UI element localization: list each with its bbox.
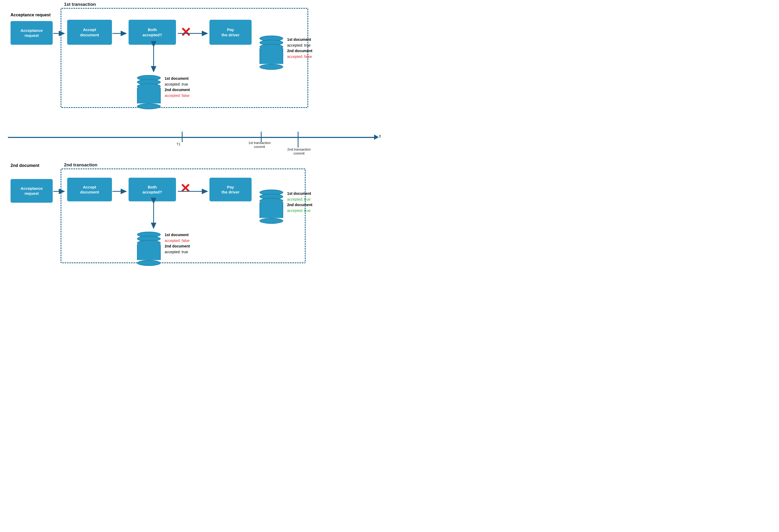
t2-inner-db bbox=[137, 231, 161, 264]
t2-db-arrow bbox=[149, 202, 158, 231]
t2-acceptance-box: Acceptancerequest bbox=[10, 179, 53, 203]
commit2-tick bbox=[298, 132, 298, 147]
t1-arrow1 bbox=[53, 31, 66, 36]
timeline-arrowhead bbox=[374, 135, 379, 140]
t1-inner-state: 1st document accepted: true 2nd document… bbox=[165, 76, 190, 99]
t2-outer-state: 1st document accepted: true 2nd document… bbox=[287, 191, 312, 214]
t2-pay-driver-box: Paythe driver bbox=[209, 178, 252, 201]
t1-inner-db bbox=[137, 75, 161, 108]
t1-db-arrow bbox=[149, 45, 158, 74]
commit1-tick bbox=[261, 132, 261, 142]
t2-arrow2 bbox=[113, 189, 128, 194]
t2-arrow1 bbox=[53, 189, 66, 194]
t1-outer-db bbox=[259, 36, 283, 68]
timeline-bar bbox=[8, 137, 374, 138]
t1-arrow2 bbox=[113, 31, 128, 36]
t1-label: T1 bbox=[177, 142, 180, 146]
transaction1-label: 1st transaction bbox=[64, 2, 96, 7]
t-label: t bbox=[379, 134, 381, 138]
transaction2-label: 2nd transaction bbox=[64, 162, 98, 168]
t1-arrow3 bbox=[178, 31, 209, 36]
t2-inner-state: 1st document accepted: false 2nd documen… bbox=[165, 232, 190, 255]
t1-outer-state: 1st document accepted: true 2nd document… bbox=[287, 37, 312, 60]
commit1-label: 1st transactioncommit bbox=[244, 141, 275, 149]
t1-tick bbox=[182, 132, 183, 142]
t1-acceptance-box: Acceptancerequest bbox=[10, 21, 53, 45]
doc2-label: 2nd document bbox=[10, 163, 39, 168]
t1-accept-doc-box: Acceptdocument bbox=[67, 20, 112, 45]
t2-cross-mark: ✕ bbox=[178, 181, 192, 196]
t2-both-accepted-box: Bothaccepted? bbox=[129, 178, 176, 201]
doc1-label: Acceptance request bbox=[10, 13, 51, 17]
t1-both-accepted-box: Bothaccepted? bbox=[129, 20, 176, 45]
t2-accept-doc-box: Acceptdocument bbox=[67, 178, 112, 201]
commit2-label: 2nd transactioncommit bbox=[282, 147, 316, 155]
t2-outer-db bbox=[259, 190, 283, 222]
diagram-container: Acceptance request 1st transaction Accep… bbox=[8, 5, 382, 261]
t1-pay-driver-box: Paythe driver bbox=[209, 20, 252, 45]
t2-arrow3 bbox=[178, 189, 209, 194]
